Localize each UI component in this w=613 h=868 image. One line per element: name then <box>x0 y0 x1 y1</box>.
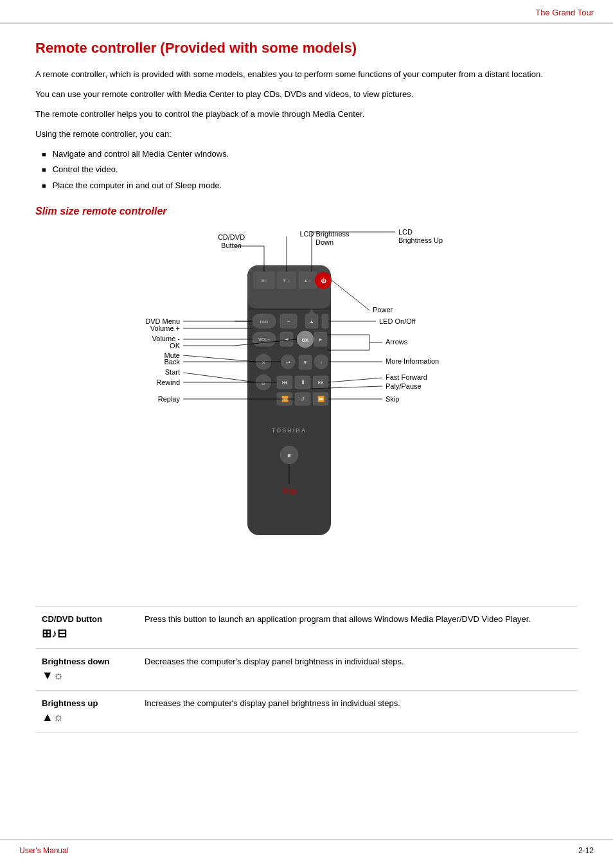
table-cell-desc-brightness-up: Increases the computer's display panel b… <box>138 690 578 732</box>
svg-text:−: − <box>287 318 290 324</box>
svg-text:Down: Down <box>315 238 333 246</box>
svg-text:OK: OK <box>302 338 309 342</box>
svg-text:Skip: Skip <box>386 395 399 403</box>
table-cell-desc-cd-dvd: Press this button to launch an applicati… <box>138 606 578 648</box>
svg-text:Fast Forward: Fast Forward <box>386 373 427 381</box>
svg-text:⊞♪: ⊞♪ <box>261 278 267 283</box>
svg-text:⏭: ⏭ <box>318 379 324 385</box>
svg-line-75 <box>183 355 256 362</box>
svg-text:▼: ▼ <box>303 360 308 366</box>
svg-text:More Information: More Information <box>386 357 439 365</box>
table-cell-label-brightness-up: Brightness up ▲☼ <box>35 690 138 732</box>
table-cell-label-cd-dvd: CD/DVD button ⊞♪⊟ <box>35 606 138 648</box>
svg-text:▲: ▲ <box>309 319 314 324</box>
svg-text:↺: ↺ <box>300 396 305 402</box>
svg-line-98 <box>328 378 382 382</box>
brightness-up-label: Brightness up <box>42 698 98 708</box>
paragraph-4: Using the remote controller, you can: <box>35 128 578 141</box>
cd-dvd-label: CD/DVD button <box>42 614 102 624</box>
svg-text:DVD: DVD <box>260 320 269 324</box>
svg-text:Paly/Pause: Paly/Pause <box>386 382 422 390</box>
svg-text:VOL−: VOL− <box>258 337 270 342</box>
svg-text:Button: Button <box>221 242 242 249</box>
footer-right: 2-12 <box>578 846 594 855</box>
svg-line-87 <box>332 280 369 310</box>
svg-text:Brightness Up: Brightness Up <box>398 236 443 244</box>
svg-text:⏸: ⏸ <box>300 379 306 385</box>
svg-text:Back: Back <box>164 358 181 366</box>
page-heading: Remote controller (Provided with some mo… <box>35 40 578 57</box>
bullet-list: Navigate and control all Media Center wi… <box>42 148 578 193</box>
table-cell-label-brightness-down: Brightness down ▼☼ <box>35 648 138 690</box>
svg-text:TOSHIBA: TOSHIBA <box>272 427 306 434</box>
svg-text:▼☼: ▼☼ <box>282 278 290 283</box>
svg-text:►: ► <box>318 337 323 342</box>
table-cell-desc-brightness-down: Decreases the computer's display panel b… <box>138 648 578 690</box>
svg-text:◄: ◄ <box>284 337 289 342</box>
sub-heading: Slim size remote controller <box>35 206 578 217</box>
header-title: The Grand Tour <box>535 8 594 17</box>
svg-text:■: ■ <box>287 452 290 459</box>
svg-text:OK: OK <box>170 342 181 350</box>
paragraph-2: You can use your remote controller with … <box>35 88 578 102</box>
svg-text:⏩: ⏩ <box>317 395 325 403</box>
svg-text:⏻: ⏻ <box>321 278 326 284</box>
diagram-svg: ⊞♪ ▼☼ ▲☼ ⏻ DVD − <box>35 227 575 596</box>
brightness-down-icon: ▼☼ <box>42 669 132 682</box>
page-header: The Grand Tour <box>0 0 613 24</box>
svg-text:LED On/Off: LED On/Off <box>379 317 416 325</box>
svg-rect-18 <box>322 314 328 328</box>
svg-text:Arrows: Arrows <box>386 338 408 346</box>
bullet-item-1: Navigate and control all Media Center wi… <box>42 148 578 161</box>
cd-dvd-icon: ⊞♪⊟ <box>42 626 132 641</box>
svg-text:Power: Power <box>373 306 393 314</box>
svg-text:Stop: Stop <box>282 487 297 495</box>
svg-text:⏮: ⏮ <box>282 379 288 385</box>
svg-text:CD/DVD: CD/DVD <box>218 233 245 241</box>
svg-text:↩: ↩ <box>286 360 290 366</box>
table-row-brightness-up: Brightness up ▲☼ Increases the computer'… <box>35 690 578 732</box>
svg-text:Volume +: Volume + <box>150 324 180 332</box>
svg-line-80 <box>183 373 256 382</box>
bullet-item-2: Control the video. <box>42 163 578 177</box>
page-container: The Grand Tour Remote controller (Provid… <box>0 0 613 868</box>
main-content: Remote controller (Provided with some mo… <box>0 24 613 748</box>
info-table: CD/DVD button ⊞♪⊟ Press this button to l… <box>35 606 578 732</box>
svg-text:LCD Brightness: LCD Brightness <box>299 230 350 238</box>
bullet-item-3: Place the computer in and out of Sleep m… <box>42 179 578 193</box>
paragraph-1: A remote controller, which is provided w… <box>35 68 578 82</box>
diagram-area: ⊞♪ ▼☼ ▲☼ ⏻ DVD − <box>35 227 578 599</box>
svg-text:Start: Start <box>165 368 180 376</box>
brightness-up-icon: ▲☼ <box>42 711 132 724</box>
svg-text:LCD: LCD <box>398 228 413 236</box>
svg-text:✕: ✕ <box>262 360 266 366</box>
svg-text:▲☼: ▲☼ <box>303 278 312 283</box>
svg-text:Rewind: Rewind <box>156 378 180 386</box>
svg-text:⊙: ⊙ <box>262 381 265 385</box>
footer-left: User's Manual <box>19 846 68 855</box>
svg-text:Replay: Replay <box>158 395 181 403</box>
table-row-cd-dvd: CD/DVD button ⊞♪⊟ Press this button to l… <box>35 606 578 648</box>
table-row-brightness-down: Brightness down ▼☼ Decreases the compute… <box>35 648 578 690</box>
paragraph-3: The remote controller helps you to contr… <box>35 108 578 121</box>
brightness-down-label: Brightness down <box>42 657 109 666</box>
page-footer: User's Manual 2-12 <box>0 839 613 855</box>
